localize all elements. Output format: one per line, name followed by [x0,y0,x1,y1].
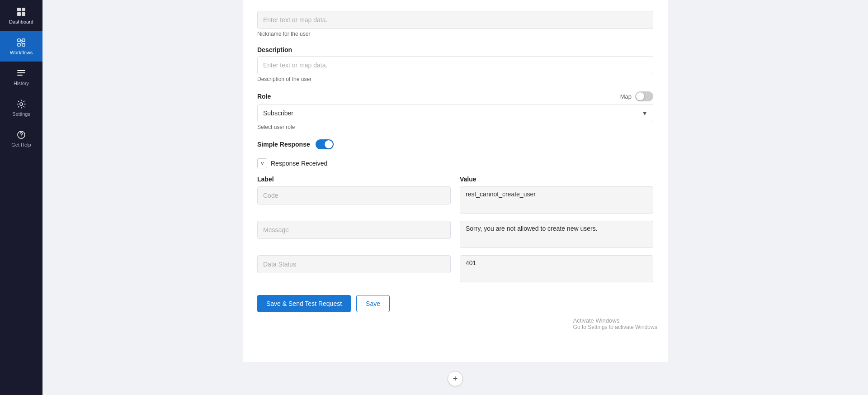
role-field-group: Role Map Subscriber ▼ Select user role [257,91,653,130]
history-icon [16,68,27,79]
message-value-field: <span class="highlighted-text">Sorry, yo… [460,221,653,250]
map-toggle-row: Map [620,91,653,101]
help-icon [16,129,27,140]
map-toggle-thumb [636,92,644,100]
code-label-input[interactable] [257,186,451,205]
role-select[interactable]: Subscriber [257,104,653,122]
buttons-row: Save & Send Test Request Save [257,295,653,312]
svg-rect-0 [17,8,21,11]
chevron-down-icon: ∨ [260,160,264,167]
dashboard-icon [16,6,27,17]
role-select-wrapper: Subscriber ▼ [257,104,653,122]
sidebar-item-dashboard[interactable]: Dashboard [0,0,42,31]
simple-response-toggle[interactable] [316,139,334,149]
nickname-hint: Nickname for the user [257,31,653,37]
response-received-row: ∨ Response Received [257,158,653,168]
simple-response-row: Simple Response [257,139,653,149]
code-label-field [257,186,451,215]
data-status-value-textarea[interactable]: 401 [460,255,653,282]
code-value-textarea[interactable]: rest_cannot_create_user [460,186,653,214]
role-hint: Select user role [257,124,653,130]
workflows-icon [16,37,27,48]
add-node-button[interactable]: + [448,371,463,386]
description-hint: Description of the user [257,76,653,82]
sidebar-label-get-help: Get Help [11,142,31,148]
sidebar-item-history[interactable]: History [0,62,42,92]
data-status-label-input[interactable] [257,255,451,273]
plus-icon: + [453,374,458,384]
save-button[interactable]: Save [356,295,390,312]
activate-windows-subtitle: Go to Settings to activate Windows. [573,324,659,330]
activate-windows-title: Activate Windows [573,317,659,324]
svg-rect-6 [18,43,20,46]
response-received-chevron[interactable]: ∨ [257,158,267,168]
message-label-field [257,221,451,250]
description-field-group: Description Description of the user [257,46,653,82]
sidebar-item-get-help[interactable]: Get Help [0,123,42,154]
svg-rect-7 [22,43,25,46]
message-label-input[interactable] [257,221,451,239]
svg-point-15 [21,137,22,138]
map-label: Map [620,93,632,100]
activate-windows-watermark: Activate Windows Go to Settings to activ… [573,317,659,330]
sidebar-item-settings[interactable]: Settings [0,92,42,123]
response-received-label: Response Received [271,160,327,167]
nickname-input[interactable] [257,11,653,29]
data-status-value-field: 401 [460,255,653,284]
form-container: Nickname for the user Description Descri… [243,0,668,362]
map-toggle[interactable] [635,91,653,101]
simple-response-toggle-thumb [325,140,333,148]
main-content: Nickname for the user Description Descri… [42,0,868,395]
sidebar-label-settings: Settings [12,111,30,117]
code-value-field: rest_cannot_create_user [460,186,653,215]
svg-rect-1 [22,8,25,11]
svg-rect-4 [18,39,20,42]
data-status-label-field [257,255,451,284]
label-column-header: Label [257,176,451,183]
columns-header: Label Value [257,176,653,183]
save-send-button[interactable]: Save & Send Test Request [257,295,351,312]
svg-rect-5 [22,39,25,42]
table-row: <span class="highlighted-text">Sorry, yo… [257,221,653,250]
svg-rect-3 [22,12,25,16]
simple-response-label: Simple Response [257,141,310,148]
table-row: rest_cannot_create_user [257,186,653,215]
nickname-field-group: Nickname for the user [257,11,653,37]
role-label: Role [257,93,271,100]
role-header-row: Role Map [257,91,653,101]
settings-icon [16,99,27,109]
table-row: 401 [257,255,653,284]
sidebar: Dashboard Workflows History [0,0,42,395]
description-label: Description [257,46,653,53]
plus-button-row: + [42,362,868,395]
sidebar-label-history: History [14,81,29,86]
sidebar-label-workflows: Workflows [10,50,33,55]
value-column-header: Value [460,176,653,183]
svg-point-13 [20,103,23,105]
sidebar-item-workflows[interactable]: Workflows [0,31,42,62]
svg-rect-2 [17,12,21,16]
message-value-textarea[interactable]: <span class="highlighted-text">Sorry, yo… [460,221,653,248]
description-input[interactable] [257,56,653,74]
sidebar-label-dashboard: Dashboard [9,19,33,24]
